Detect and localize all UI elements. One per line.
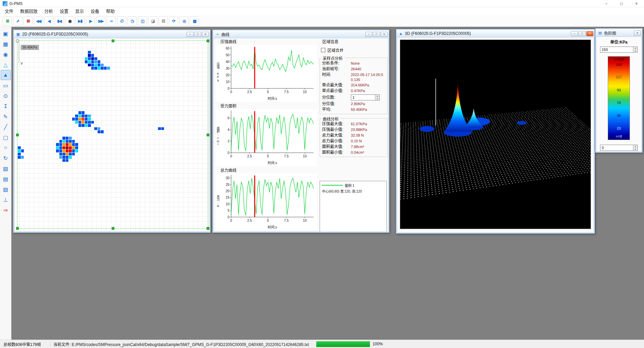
pen-tool[interactable]: ✎ xyxy=(1,112,11,122)
quantile-spinbox[interactable]: 1 ▲ ▼ xyxy=(351,94,380,100)
report-tool[interactable]: ▨ xyxy=(1,184,11,194)
resize-handle[interactable] xyxy=(207,227,209,230)
spin-down-icon[interactable]: ▼ xyxy=(375,97,379,100)
svg-text:7.5: 7.5 xyxy=(284,219,289,222)
first-frame-button[interactable]: ▮◀ xyxy=(55,16,64,25)
pin-tool[interactable]: ↧ xyxy=(1,101,11,111)
ellipse-tool[interactable]: ⊙ xyxy=(1,91,11,101)
svg-text:2: 2 xyxy=(227,139,229,143)
colorscale-titlebar[interactable]: ▤ 色阶图 × xyxy=(596,29,642,37)
play-button[interactable]: ▶ xyxy=(86,16,95,25)
menu-help[interactable]: 帮助 xyxy=(103,8,118,15)
delete-button[interactable]: ⊠ xyxy=(23,16,33,25)
heatmap-cell xyxy=(98,60,101,63)
menu-settings[interactable]: 设置 xyxy=(56,8,72,15)
prev-frame-button[interactable]: ◀ xyxy=(44,16,53,25)
resize-handle[interactable] xyxy=(112,227,114,230)
rewind-button[interactable]: ◀◀ xyxy=(34,16,43,25)
minimize-button[interactable]: − xyxy=(599,0,614,7)
layers-tool[interactable]: ▣ xyxy=(1,28,11,39)
matrix-tool[interactable]: ▤ xyxy=(1,174,11,184)
info-row: 总力最大值: 32.08 N xyxy=(322,133,386,138)
svg-text:10: 10 xyxy=(226,202,230,206)
heatmap-cell xyxy=(94,60,97,63)
spin-up-icon[interactable]: ▲ xyxy=(375,95,379,97)
maximize-button[interactable]: □ xyxy=(614,0,629,7)
last-frame-button[interactable]: ▶▮ xyxy=(75,16,85,25)
spin-up-icon[interactable]: ▲ xyxy=(633,145,637,148)
heatmap-cell xyxy=(82,121,85,124)
unlink-button[interactable]: ∅ xyxy=(117,16,126,25)
heatmap-2d-canvas[interactable]: 59.45KPa Y xyxy=(14,38,210,232)
spin-down-icon[interactable]: ▼ xyxy=(633,148,637,150)
triangle-outline-tool[interactable]: △ xyxy=(1,60,11,70)
heatmap-cell xyxy=(82,115,85,118)
video-stop-button[interactable]: ◪ xyxy=(148,16,157,25)
menu-file[interactable]: 文件 xyxy=(1,8,17,15)
menu-display[interactable]: 显示 xyxy=(72,8,87,15)
area-chart[interactable]: 024602.557.510时间:s xyxy=(216,109,316,165)
heatmap-cell xyxy=(94,64,97,67)
area-chart-title: 受力面积 xyxy=(216,103,317,109)
3d-maximize-button[interactable]: □ xyxy=(579,31,586,36)
window-2d-title: 2D (F606025:G-F1P3D2205C00005) xyxy=(22,32,88,37)
colorscale-close-button[interactable]: × xyxy=(634,30,641,36)
calendar-button[interactable]: ▦ xyxy=(190,16,199,25)
stop-button[interactable]: ◉ xyxy=(65,16,74,25)
chart-tool[interactable]: ▧ xyxy=(1,163,11,173)
pressure-chart[interactable]: 010203040506002.557.510时间:s xyxy=(216,45,316,101)
target-tool[interactable]: ◉ xyxy=(1,49,11,59)
resize-handle[interactable] xyxy=(207,40,209,42)
refresh-button[interactable]: ⟳ xyxy=(169,16,178,25)
curves-maximize-button[interactable]: □ xyxy=(373,32,380,37)
exit-tool[interactable]: ⇒ xyxy=(1,205,11,215)
heatmap-cell xyxy=(59,140,62,143)
video-start-button[interactable]: ◫ xyxy=(138,16,147,25)
window-2d-titlebar[interactable]: ▦ 2D (F606025:G-F1P3D2205C00005) − □ × xyxy=(14,30,210,38)
stamp-button[interactable]: ◎ xyxy=(179,16,189,25)
export-button[interactable]: ⇗ xyxy=(13,16,22,25)
2d-close-button[interactable]: × xyxy=(202,32,209,37)
info-row: 时间: 2022-05-17 14:26:50.135 xyxy=(322,72,386,82)
fast-forward-button[interactable]: ▶▶ xyxy=(96,16,105,25)
grid-tool[interactable]: ▦ xyxy=(1,39,11,49)
2d-maximize-button[interactable]: □ xyxy=(194,32,201,37)
colorscale-max-input[interactable]: 150 ▲ ▼ xyxy=(600,47,638,53)
close-button[interactable]: × xyxy=(629,0,644,7)
2d-minimize-button[interactable]: − xyxy=(186,32,194,37)
3d-minimize-button[interactable]: − xyxy=(571,31,578,36)
surface-plot-canvas[interactable] xyxy=(400,40,591,229)
force-chart[interactable]: 05101520253002.557.510时间:s xyxy=(216,173,316,230)
3d-close-button[interactable]: × xyxy=(586,31,593,36)
menu-device[interactable]: 设备 xyxy=(87,8,103,15)
menu-data-playback[interactable]: 数据回放 xyxy=(17,8,41,15)
spin-up-icon[interactable]: ▲ xyxy=(633,47,637,50)
display-button[interactable]: ⊡ xyxy=(159,16,168,25)
dashed-circle-tool[interactable]: ○ xyxy=(1,143,11,153)
curves-minimize-button[interactable]: − xyxy=(365,32,372,37)
force-chart-title: 总力曲线 xyxy=(216,167,317,173)
ruler-tool[interactable]: ⊥ xyxy=(1,195,11,205)
3d-titlebar[interactable]: ▲ 3D (F606025:G-F1P3D2205C00005) − □ × xyxy=(397,30,594,37)
timer-button[interactable]: ◷ xyxy=(127,16,137,25)
rect-tool[interactable]: ▭ xyxy=(1,80,11,90)
line-tool[interactable]: ╱ xyxy=(1,122,11,132)
menu-analysis[interactable]: 分析 xyxy=(41,8,56,15)
svg-text:5: 5 xyxy=(267,90,269,94)
resize-handle[interactable] xyxy=(207,134,209,136)
colorscale-min-input[interactable]: 0 ▲ ▼ xyxy=(600,145,638,151)
dashed-rect-tool[interactable]: ▢ xyxy=(1,132,11,142)
region-selection-frame[interactable]: 59.45KPa Y xyxy=(17,41,208,229)
spin-down-icon[interactable]: ▼ xyxy=(633,50,637,52)
resize-handle[interactable] xyxy=(112,40,114,42)
resize-handle[interactable] xyxy=(16,134,19,136)
add-button[interactable]: ⊞ xyxy=(3,16,12,25)
curves-titlebar[interactable]: ≈ 曲线 − □ × xyxy=(213,30,388,38)
region-merge-checkbox[interactable] xyxy=(321,48,325,52)
rotate-tool[interactable]: ↻ xyxy=(1,153,11,163)
resize-handle[interactable] xyxy=(16,227,19,230)
curves-close-button[interactable]: × xyxy=(381,32,388,37)
region-origin-marker[interactable] xyxy=(16,39,19,43)
triangle-tool[interactable]: ▲ xyxy=(1,70,11,80)
link-button[interactable]: ∞ xyxy=(107,16,116,25)
